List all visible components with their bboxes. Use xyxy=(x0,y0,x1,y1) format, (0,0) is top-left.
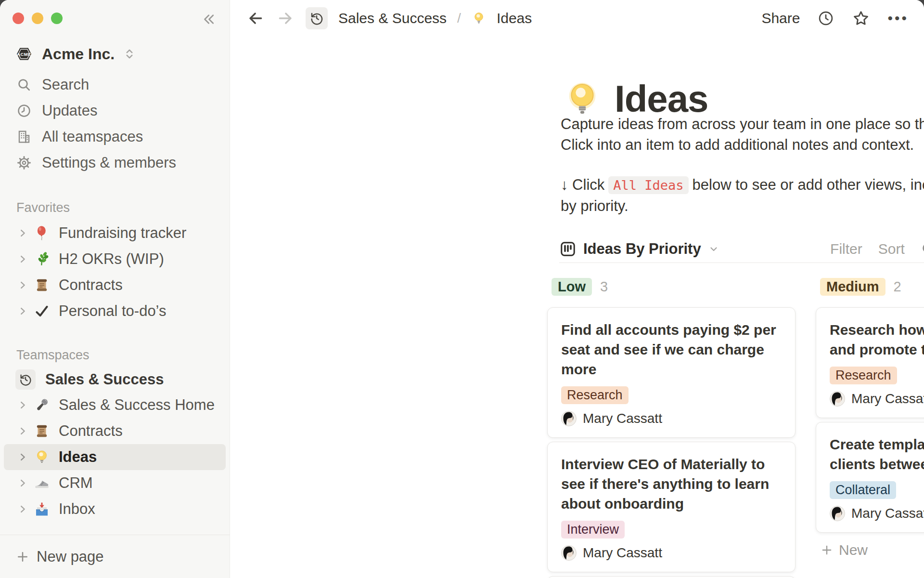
toolbar-divider xyxy=(559,263,924,263)
sidebar-item-inbox[interactable]: Inbox xyxy=(0,496,230,522)
clock-icon[interactable] xyxy=(817,10,834,27)
sidebar-item-label: Contracts xyxy=(59,422,123,440)
breadcrumb-separator: / xyxy=(457,11,461,26)
hint-suffix: below to see or add other views, includi… xyxy=(693,176,924,193)
collapse-sidebar-icon[interactable] xyxy=(200,11,217,28)
chevron-right-icon[interactable] xyxy=(17,306,34,316)
tag-research: Research xyxy=(561,386,629,404)
sidebar-item-h2-okrs[interactable]: H2 OKRs (WIP) xyxy=(0,246,230,272)
chevron-right-icon[interactable] xyxy=(17,426,34,436)
plus-icon xyxy=(15,550,30,564)
history-clock-icon xyxy=(15,369,36,390)
avatar xyxy=(561,411,577,426)
back-arrow-icon[interactable] xyxy=(246,9,265,28)
view-name: Ideas By Priority xyxy=(583,240,701,258)
page-hint: ↓ ClickAll Ideasbelow to see or add othe… xyxy=(561,174,924,216)
filter-button[interactable]: Filter xyxy=(830,241,862,257)
sidebar-item-all-teamspaces[interactable]: All teamspaces xyxy=(0,124,230,150)
workspace-switch-icon xyxy=(123,47,136,61)
sidebar-nav: Search Updates All teamspaces Settings &… xyxy=(0,72,230,176)
notion-window: ACME Acme Inc. Search Updates All teamsp… xyxy=(0,0,924,578)
description-line: Click into an item to add additional not… xyxy=(561,134,924,155)
new-page-label: New page xyxy=(37,548,104,565)
board-card[interactable]: Research how Competitor A sell and promo… xyxy=(816,307,924,418)
breadcrumb-history-clock-icon[interactable] xyxy=(306,7,328,29)
building-icon xyxy=(16,129,32,144)
kanban-board: Low 3 Find all accounts paying $2 per se… xyxy=(547,277,924,578)
sidebar-item-updates[interactable]: Updates xyxy=(0,98,230,124)
inbox-icon xyxy=(34,501,59,517)
board-card[interactable]: Create templates for enterprise clients … xyxy=(816,422,924,533)
sidebar-item-personal-todos[interactable]: Personal to-do’s xyxy=(0,298,230,324)
teamspace-name: Sales & Success xyxy=(45,371,164,388)
card-title: Create templates for enterprise clients … xyxy=(830,434,924,474)
all-ideas-code-tag: All Ideas xyxy=(608,176,688,194)
sidebar-item-label: Contracts xyxy=(59,276,123,294)
column-count: 3 xyxy=(600,279,608,295)
add-card-button[interactable]: New xyxy=(816,540,924,560)
sidebar-item-label: Inbox xyxy=(59,500,95,518)
chevron-right-icon[interactable] xyxy=(17,452,34,462)
teamspace-sales-success[interactable]: Sales & Success xyxy=(0,367,230,392)
sidebar-divider xyxy=(0,535,230,535)
sidebar-item-ideas[interactable]: Ideas xyxy=(4,444,226,470)
microphone-icon xyxy=(34,397,59,413)
acme-logo-icon: ACME xyxy=(14,44,34,64)
chevron-right-icon[interactable] xyxy=(17,478,34,488)
chevron-right-icon[interactable] xyxy=(17,280,34,290)
topbar: Sales & Success / Ideas Share ••• xyxy=(231,0,924,37)
breadcrumb-space[interactable]: Sales & Success xyxy=(338,10,447,26)
chevron-right-icon[interactable] xyxy=(17,504,34,514)
search-icon xyxy=(16,77,32,92)
column-header: Low 3 xyxy=(547,277,796,296)
card-title: Find all accounts paying $2 per seat and… xyxy=(561,320,782,379)
sidebar-item-sales-success-home[interactable]: Sales & Success Home xyxy=(0,392,230,418)
sidebar-item-contracts-team[interactable]: Contracts xyxy=(0,418,230,444)
search-icon[interactable] xyxy=(921,241,924,257)
sidebar-item-crm[interactable]: CRM xyxy=(0,470,230,496)
chevron-right-icon[interactable] xyxy=(17,254,34,264)
sidebar-item-settings[interactable]: Settings & members xyxy=(0,150,230,176)
board-column-medium: Medium 2 Research how Competitor A sell … xyxy=(816,277,924,578)
tag-collateral: Collateral xyxy=(830,481,896,499)
minimize-window-button[interactable] xyxy=(32,13,43,24)
sidebar-item-label: All teamspaces xyxy=(42,128,143,145)
zoom-window-button[interactable] xyxy=(51,13,63,24)
column-header: Medium 2 xyxy=(816,277,924,296)
balloon-icon xyxy=(34,225,59,241)
hint-prefix: ↓ Click xyxy=(561,176,604,193)
card-title: Research how Competitor A sell and promo… xyxy=(830,320,924,359)
herb-icon xyxy=(34,251,59,267)
close-window-button[interactable] xyxy=(13,13,24,24)
priority-pill-medium[interactable]: Medium xyxy=(820,278,886,296)
view-selector[interactable]: Ideas By Priority xyxy=(559,240,719,258)
page-icon-lightbulb[interactable] xyxy=(563,79,602,119)
card-assignee: Mary Cassatt xyxy=(561,545,782,561)
window-controls xyxy=(13,13,63,24)
avatar xyxy=(830,391,845,407)
hint-line: by priority. xyxy=(561,196,924,216)
main-content: Sales & Success / Ideas Share ••• Ideas … xyxy=(231,0,924,578)
sidebar-item-fundraising-tracker[interactable]: Fundraising tracker xyxy=(0,220,230,246)
board-card[interactable]: Interview CEO of Materially to see if th… xyxy=(547,442,796,572)
more-options-icon[interactable]: ••• xyxy=(887,10,909,26)
description-line: Capture ideas from across your team in o… xyxy=(561,114,924,134)
board-card[interactable]: Find all accounts paying $2 per seat and… xyxy=(547,307,796,438)
sidebar-item-search[interactable]: Search xyxy=(0,72,230,98)
card-assignee: Mary Cassatt xyxy=(830,506,924,521)
star-icon[interactable] xyxy=(852,9,870,27)
priority-pill-low[interactable]: Low xyxy=(552,278,592,296)
forward-arrow-icon[interactable] xyxy=(276,9,295,28)
board-card[interactable]: Target design agencies who have xyxy=(547,576,796,578)
chevron-right-icon[interactable] xyxy=(17,400,34,410)
page-description: Capture ideas from across your team in o… xyxy=(561,114,924,155)
breadcrumb-page[interactable]: Ideas xyxy=(497,10,532,26)
sort-button[interactable]: Sort xyxy=(878,241,905,257)
workspace-name: Acme Inc. xyxy=(42,45,115,63)
sidebar-item-contracts-fav[interactable]: Contracts xyxy=(0,272,230,298)
new-page-button[interactable]: New page xyxy=(0,544,230,569)
workspace-switcher[interactable]: ACME Acme Inc. xyxy=(14,42,222,66)
chevron-right-icon[interactable] xyxy=(17,228,34,238)
board-view-icon xyxy=(559,240,577,258)
share-button[interactable]: Share xyxy=(761,10,800,26)
